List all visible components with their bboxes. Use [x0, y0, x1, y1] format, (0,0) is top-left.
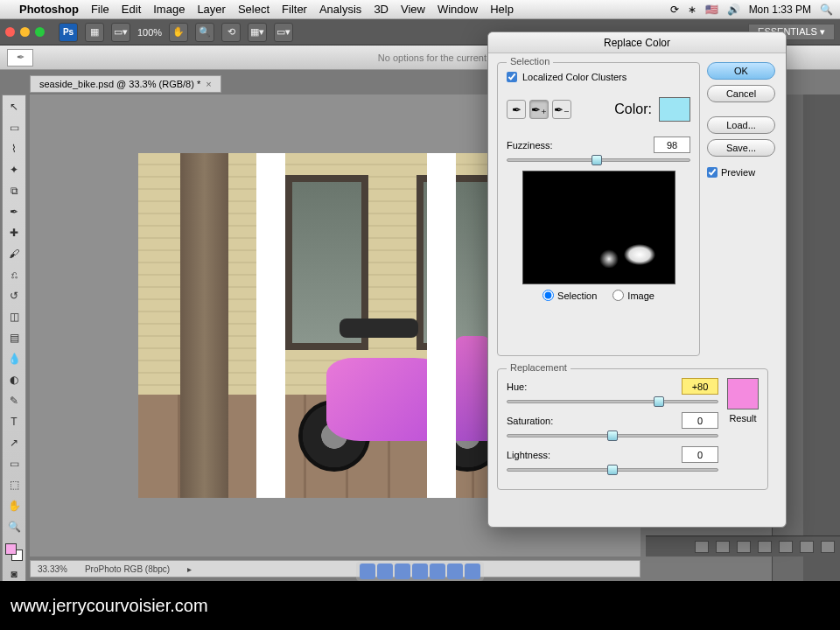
flag-icon[interactable]: 🇺🇸 [705, 4, 718, 16]
clock[interactable]: Mon 1:33 PM [749, 4, 811, 16]
ok-button[interactable]: OK [707, 62, 775, 80]
menu-view[interactable]: View [401, 3, 425, 16]
panel-dock-right[interactable] [803, 94, 840, 581]
arrange-dropdown[interactable]: ▦▾ [248, 23, 267, 42]
new-layer-icon[interactable] [800, 541, 814, 553]
close-tab-icon[interactable]: × [206, 79, 211, 89]
path-tool-icon[interactable]: ↗ [6, 435, 22, 451]
hand-tool2-icon[interactable]: ✋ [6, 498, 22, 514]
fuzziness-slider[interactable] [507, 158, 690, 162]
3d-tool-icon[interactable]: ⬚ [6, 477, 22, 493]
menu-filter[interactable]: Filter [282, 3, 307, 16]
localized-clusters-checkbox[interactable]: Localized Color Clusters [507, 72, 690, 82]
selection-preview[interactable] [522, 171, 676, 284]
hue-thumb[interactable] [654, 396, 664, 407]
save-button[interactable]: Save... [707, 139, 775, 157]
saturation-slider[interactable] [507, 434, 718, 438]
dock-icon[interactable] [465, 564, 480, 579]
dock-icon[interactable] [447, 564, 463, 579]
menu-file[interactable]: File [91, 3, 109, 16]
hand-tool-icon[interactable]: ✋ [169, 23, 188, 42]
saturation-input[interactable] [682, 412, 718, 429]
eraser-tool-icon[interactable]: ◫ [6, 309, 22, 325]
document-tab[interactable]: seaside_bike.psd @ 33.3% (RGB/8) * × [30, 75, 221, 93]
marquee-tool-icon[interactable]: ▭ [6, 120, 22, 136]
dock-icon[interactable] [395, 564, 410, 579]
preview-checkbox[interactable]: Preview [707, 167, 775, 178]
dodge-tool-icon[interactable]: ◐ [6, 372, 22, 388]
dock[interactable] [356, 562, 484, 581]
link-icon[interactable] [695, 541, 709, 553]
eyedropper-add-icon[interactable]: ✒₊ [529, 100, 549, 119]
crop-tool-icon[interactable]: ⧉ [6, 183, 22, 199]
status-profile[interactable]: ProPhoto RGB (8bpc) [85, 564, 170, 574]
current-tool-icon[interactable]: ✒︎ [7, 49, 33, 66]
brush-tool-icon[interactable]: 🖌 [6, 246, 22, 262]
window-controls[interactable] [5, 27, 45, 37]
history-brush-icon[interactable]: ↺ [6, 288, 22, 304]
shape-tool-icon[interactable]: ▭ [6, 456, 22, 472]
menu-3d[interactable]: 3D [374, 3, 388, 16]
radio-image[interactable]: Image [612, 290, 654, 301]
type-tool-icon[interactable]: T [6, 414, 22, 430]
eyedropper-icon[interactable]: ✒ [507, 100, 526, 119]
time-machine-icon[interactable]: ⟳ [670, 4, 679, 16]
lightness-slider[interactable] [507, 468, 718, 472]
zoom-tool2-icon[interactable]: 🔍 [6, 519, 22, 535]
menu-image[interactable]: Image [153, 3, 185, 16]
menu-layer[interactable]: Layer [197, 3, 226, 16]
radio-selection[interactable]: Selection [542, 290, 597, 301]
spotlight-icon[interactable]: 🔍 [820, 4, 833, 16]
adjust-icon[interactable] [758, 541, 772, 553]
hue-slider[interactable] [507, 400, 718, 403]
menu-window[interactable]: Window [438, 3, 478, 16]
trash-icon[interactable] [821, 541, 835, 553]
folder-icon[interactable] [779, 541, 793, 553]
menu-help[interactable]: Help [490, 3, 514, 16]
dock-icon[interactable] [430, 564, 445, 579]
bluetooth-icon[interactable]: ∗ [688, 4, 696, 16]
pen-tool-icon[interactable]: ✎ [6, 393, 22, 409]
menu-select[interactable]: Select [238, 3, 270, 16]
bridge-icon[interactable]: ▦ [85, 23, 104, 42]
sample-color-swatch[interactable] [659, 97, 690, 122]
move-tool-icon[interactable]: ↖ [6, 99, 22, 115]
eyedropper-sub-icon[interactable]: ✒₋ [552, 100, 571, 119]
wand-tool-icon[interactable]: ✦ [6, 162, 22, 178]
status-zoom[interactable]: 33.33% [38, 564, 67, 574]
fuzziness-thumb[interactable] [592, 155, 602, 165]
dock-icon[interactable] [360, 564, 375, 579]
cancel-button[interactable]: Cancel [707, 85, 775, 102]
load-button[interactable]: Load... [707, 116, 775, 134]
zoom-level[interactable]: 100% [137, 27, 162, 38]
saturation-thumb[interactable] [607, 430, 618, 441]
screen-mode-dropdown[interactable]: ▭▾ [274, 23, 293, 42]
layout-dropdown[interactable]: ▭▾ [111, 23, 130, 42]
app-name[interactable]: Photoshop [19, 3, 79, 16]
fg-bg-swatch[interactable] [5, 543, 23, 561]
zoom-tool-icon[interactable]: 🔍 [195, 23, 214, 42]
menu-analysis[interactable]: Analysis [319, 3, 361, 16]
eyedropper-tool-icon[interactable]: ✒ [6, 204, 22, 220]
rotate-tool-icon[interactable]: ⟲ [221, 23, 241, 42]
fx-icon[interactable] [716, 541, 730, 553]
volume-icon[interactable]: 🔊 [727, 4, 740, 16]
menu-edit[interactable]: Edit [122, 3, 141, 16]
lightness-input[interactable] [682, 446, 718, 463]
lasso-tool-icon[interactable]: ⌇ [6, 141, 22, 157]
dock-icon[interactable] [412, 564, 428, 579]
mask-icon[interactable] [737, 541, 751, 553]
heal-tool-icon[interactable]: ✚ [6, 225, 22, 241]
quickmask-icon[interactable]: ◙ [6, 566, 22, 582]
blur-tool-icon[interactable]: 💧 [6, 351, 22, 367]
ps-logo-icon[interactable]: Ps [59, 23, 78, 42]
stamp-tool-icon[interactable]: ⎌ [6, 267, 22, 283]
result-color-swatch[interactable] [727, 378, 759, 410]
lightness-thumb[interactable] [607, 465, 618, 475]
hue-input[interactable] [682, 378, 718, 395]
preview-checkbox-input[interactable] [707, 167, 718, 178]
gradient-tool-icon[interactable]: ▤ [6, 330, 22, 346]
localized-checkbox-input[interactable] [507, 72, 517, 82]
fuzziness-input[interactable] [654, 136, 690, 153]
dock-icon[interactable] [377, 564, 393, 579]
